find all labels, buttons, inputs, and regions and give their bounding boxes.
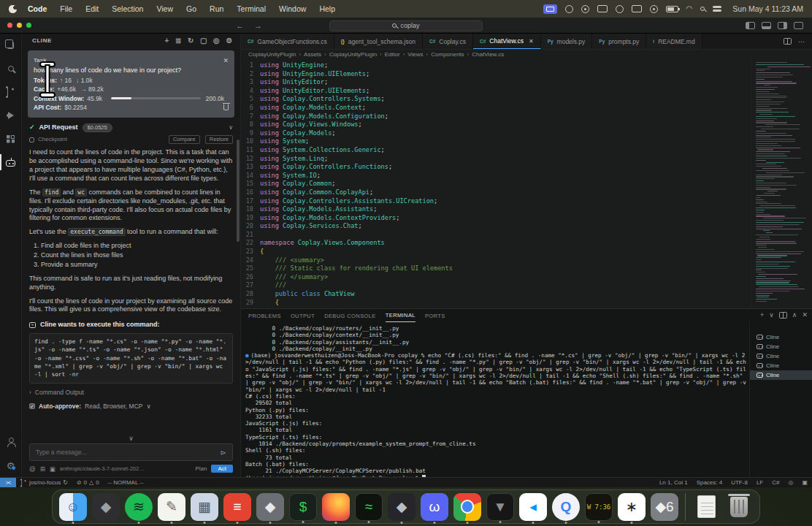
new-terminal-icon[interactable]: +	[760, 311, 764, 319]
command-output-row[interactable]: › Command Output	[29, 389, 233, 397]
dock-terminal[interactable]: $	[289, 493, 317, 521]
dock-unity-6[interactable]: ◆6	[651, 493, 678, 521]
menu-edit[interactable]: Edit	[79, 4, 105, 13]
delete-task-icon[interactable]	[223, 104, 229, 110]
status-ln-1-col-1[interactable]: Ln 1, Col 1	[655, 479, 692, 486]
terminal-session-cline[interactable]: Cline	[750, 361, 812, 370]
customize-layout-icon[interactable]	[794, 22, 803, 29]
control-center-icon[interactable]	[713, 5, 721, 12]
editor-tab-chatview.cs[interactable]: C#ChatView.cs✕	[473, 34, 541, 49]
extensions-icon[interactable]	[0, 127, 21, 150]
panel-tab-ports[interactable]: PORTS	[425, 309, 445, 322]
breadcrumb-item[interactable]: CoplayUnityPlugin	[329, 51, 377, 58]
dock-discord[interactable]: ω	[421, 493, 448, 521]
menu-run[interactable]: Run	[203, 4, 230, 13]
act-toggle[interactable]: Act	[211, 465, 233, 473]
image-icon[interactable]: ▣	[50, 465, 55, 473]
dock-todoist[interactable]: ≡	[223, 493, 251, 521]
breadcrumb[interactable]: CoplayUnityPlugin›Assets›CoplayUnityPlug…	[241, 50, 812, 59]
explorer-icon[interactable]	[0, 34, 21, 57]
status-icon-1[interactable]	[565, 5, 573, 13]
wifi-icon[interactable]: ◠	[686, 5, 693, 12]
status-c-[interactable]: C#	[767, 479, 784, 486]
toggle-secondary-sidebar-icon[interactable]	[778, 22, 787, 29]
auto-approve-checkbox[interactable]: ✓	[29, 403, 35, 409]
breadcrumb-item[interactable]: CoplayUnityPlugin	[248, 51, 296, 58]
status-icon-2[interactable]	[581, 5, 589, 13]
apple-menu-icon[interactable]	[9, 5, 17, 13]
settings-gear-icon[interactable]: ⚙	[0, 454, 21, 477]
split-terminal-icon[interactable]	[779, 312, 787, 319]
dock-chrome[interactable]	[453, 493, 481, 521]
new-task-icon[interactable]: +	[165, 37, 169, 45]
source-control-icon[interactable]	[0, 80, 21, 104]
dock-documents-stack[interactable]	[692, 493, 720, 521]
dock-chatgpt[interactable]: ∗	[618, 493, 646, 521]
command-block[interactable]: find . -type f -name "*.cs" -o -name "*.…	[29, 333, 233, 383]
mention-icon[interactable]: @	[29, 465, 36, 473]
battery-icon[interactable]	[666, 6, 678, 12]
terminal-dropdown-icon[interactable]: ∨	[769, 311, 774, 319]
code-area[interactable]: 1using UnityEngine;2using UnityEngine.UI…	[241, 59, 751, 308]
breadcrumb-item[interactable]: Views	[407, 51, 423, 58]
compare-button[interactable]: Compare	[169, 135, 200, 144]
dock-media-viewer[interactable]: ▦	[191, 493, 218, 521]
editor-pane[interactable]: 1using UnityEngine;2using UnityEngine.UI…	[241, 59, 812, 308]
feedback-icon[interactable]: ◎	[784, 479, 797, 486]
dock-cube-app[interactable]: ▼	[486, 493, 514, 521]
dock-unity-dark[interactable]: ◆	[388, 493, 415, 521]
terminal-output[interactable]: 0 ./Backend/coplay/routers/__init__.py 0…	[241, 322, 749, 477]
terminal-session-cline[interactable]: Cline	[750, 351, 812, 361]
zoom-window-button[interactable]	[26, 23, 31, 28]
dock-timer-widget[interactable]: W 7:36	[585, 493, 613, 521]
cline-extension-icon[interactable]	[0, 150, 21, 174]
dock-notes[interactable]: ✎	[158, 493, 185, 521]
panel-tab-problems[interactable]: PROBLEMS	[248, 309, 281, 322]
menubar-clock[interactable]: Sun May 4 11:23 AM	[732, 4, 803, 13]
api-request-row[interactable]: ✓ API Request $0.0525 ∨	[29, 123, 233, 133]
account-icon[interactable]: ◎	[213, 37, 220, 45]
status-lf[interactable]: LF	[752, 479, 767, 486]
forward-button[interactable]: →	[254, 21, 262, 30]
minimize-window-button[interactable]	[17, 23, 22, 28]
editor-tab-coplay.cs[interactable]: C#Coplay.cs	[423, 34, 473, 49]
dock-vscode[interactable]: ◂	[519, 493, 547, 521]
restore-button[interactable]: Restore	[205, 135, 233, 144]
dock-trash[interactable]	[725, 493, 753, 521]
status-utf-8[interactable]: UTF-8	[727, 479, 752, 486]
menu-window[interactable]: Window	[272, 4, 313, 13]
keyboard-icon[interactable]	[597, 5, 608, 12]
mcp-servers-icon[interactable]: ≣	[175, 37, 182, 45]
menu-help[interactable]: Help	[313, 4, 342, 13]
minimap[interactable]	[751, 59, 812, 308]
menu-go[interactable]: Go	[180, 4, 203, 13]
accounts-icon[interactable]	[0, 430, 21, 454]
chevron-expand-icon[interactable]: ∨	[146, 403, 150, 411]
breadcrumb-item[interactable]: Editor	[385, 51, 400, 58]
menu-selection[interactable]: Selection	[105, 4, 150, 13]
message-input[interactable]: Type a message... ⊳	[29, 443, 233, 461]
dock-unity-hub[interactable]: ◆	[92, 493, 120, 521]
spotlight-search-icon[interactable]	[700, 7, 705, 11]
auto-approve-row[interactable]: ✓ Auto-approve: Read, Browser, MCP ∨	[29, 403, 233, 411]
status-icon-3[interactable]	[616, 5, 624, 13]
dock-unity[interactable]: ◆	[256, 493, 284, 521]
notifications-bell-icon[interactable]: ▣	[797, 479, 812, 486]
breadcrumb-item[interactable]: Components	[431, 51, 464, 58]
more-actions-icon[interactable]: ⋯	[798, 38, 805, 45]
run-debug-icon[interactable]	[0, 104, 21, 127]
split-editor-icon[interactable]	[784, 38, 792, 45]
sidebar-scrollbar[interactable]	[237, 140, 240, 242]
back-button[interactable]: ←	[236, 21, 244, 30]
dock-firefox[interactable]	[322, 493, 350, 521]
editor-tab-agent_tool_schema.json[interactable]: {}agent_tool_schema.json	[334, 34, 423, 49]
maximize-panel-icon[interactable]: ∧	[792, 311, 797, 319]
editor-tab-gameobjectfunctions.cs[interactable]: C#GameObjectFunctions.cs	[241, 34, 334, 49]
editor-tab-models.py[interactable]: Pymodels.py	[541, 34, 593, 49]
close-panel-icon[interactable]: ✕	[802, 311, 808, 319]
breadcrumb-item[interactable]: ChatView.cs	[472, 51, 504, 58]
dock-finder[interactable]: ☺	[59, 493, 87, 521]
dock-quicktime[interactable]: Q	[552, 493, 580, 521]
status-icon-5[interactable]	[650, 5, 658, 13]
terminal-session-cline[interactable]: Cline	[750, 332, 812, 342]
